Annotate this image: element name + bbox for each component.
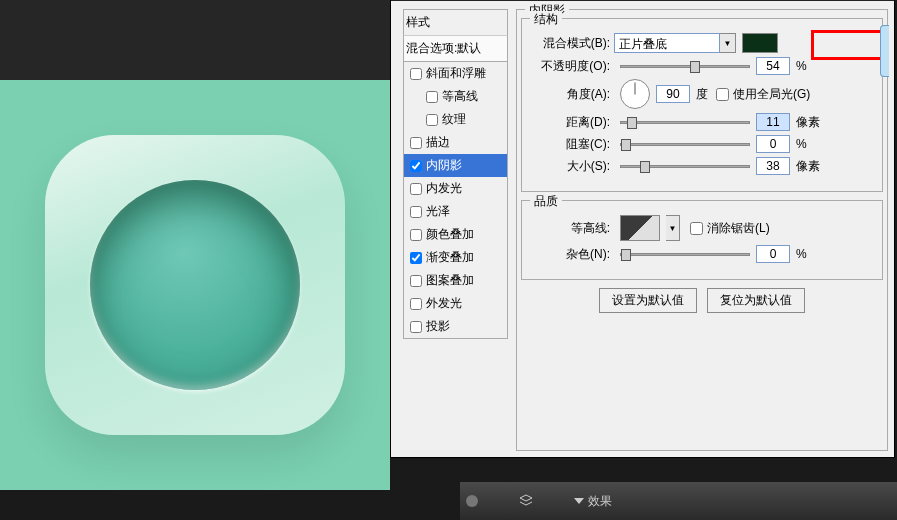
style-label: 渐变叠加 <box>426 249 474 266</box>
quality-title: 品质 <box>530 193 562 210</box>
style-label: 描边 <box>426 134 450 151</box>
choke-label: 阻塞(C): <box>530 136 614 153</box>
distance-label: 距离(D): <box>530 114 614 131</box>
layer-thumb-icon[interactable] <box>466 495 478 507</box>
opacity-slider[interactable] <box>620 65 750 68</box>
contour-picker[interactable] <box>620 215 660 241</box>
size-input[interactable] <box>756 157 790 175</box>
noise-unit: % <box>796 247 807 261</box>
reset-default-button[interactable]: 复位为默认值 <box>707 288 805 313</box>
global-light-label: 使用全局光(G) <box>733 86 810 103</box>
effects-item[interactable]: 效果 <box>574 493 612 510</box>
style-item[interactable]: 图案叠加 <box>404 269 507 292</box>
style-checkbox[interactable] <box>410 160 422 172</box>
shadow-color-swatch[interactable] <box>742 33 778 53</box>
styles-column: 样式 混合选项:默认 斜面和浮雕等高线纹理描边内阴影内发光光泽颜色叠加渐变叠加图… <box>403 9 508 451</box>
size-slider[interactable] <box>620 165 750 168</box>
style-item[interactable]: 外发光 <box>404 292 507 315</box>
style-item[interactable]: 等高线 <box>404 85 507 108</box>
canvas-top-bg <box>0 0 390 80</box>
distance-input[interactable] <box>756 113 790 131</box>
size-label: 大小(S): <box>530 158 614 175</box>
style-label: 斜面和浮雕 <box>426 65 486 82</box>
settings-column: 内阴影 结构 混合模式(B): 正片叠底 ▼ <box>516 9 888 451</box>
layer-style-dialog: 样式 混合选项:默认 斜面和浮雕等高线纹理描边内阴影内发光光泽颜色叠加渐变叠加图… <box>390 0 895 458</box>
distance-slider[interactable] <box>620 121 750 124</box>
angle-dial[interactable] <box>620 79 650 109</box>
angle-unit: 度 <box>696 86 708 103</box>
quality-fieldset: 品质 等高线: ▼ 消除锯齿(L) 杂色(N): % <box>521 200 883 280</box>
effects-label: 效果 <box>588 493 612 510</box>
style-checkbox[interactable] <box>410 229 422 241</box>
choke-slider[interactable] <box>620 143 750 146</box>
opacity-input[interactable] <box>756 57 790 75</box>
structure-title: 结构 <box>530 11 562 28</box>
noise-input[interactable] <box>756 245 790 263</box>
style-list: 斜面和浮雕等高线纹理描边内阴影内发光光泽颜色叠加渐变叠加图案叠加外发光投影 <box>403 62 508 339</box>
style-label: 等高线 <box>442 88 478 105</box>
style-item[interactable]: 投影 <box>404 315 507 338</box>
opacity-unit: % <box>796 59 807 73</box>
icon-outer-shape <box>45 135 345 435</box>
style-checkbox[interactable] <box>410 275 422 287</box>
style-label: 光泽 <box>426 203 450 220</box>
blend-mode-select[interactable]: 正片叠底 <box>614 33 720 53</box>
style-checkbox[interactable] <box>426 114 438 126</box>
chevron-down-icon[interactable]: ▼ <box>720 33 736 53</box>
global-light-checkbox[interactable] <box>716 88 729 101</box>
style-label: 内发光 <box>426 180 462 197</box>
angle-input[interactable] <box>656 85 690 103</box>
style-label: 颜色叠加 <box>426 226 474 243</box>
style-checkbox[interactable] <box>410 321 422 333</box>
style-item[interactable]: 纹理 <box>404 108 507 131</box>
chevron-down-icon[interactable]: ▼ <box>666 215 680 241</box>
style-label: 内阴影 <box>426 157 462 174</box>
style-item[interactable]: 斜面和浮雕 <box>404 62 507 85</box>
contour-label: 等高线: <box>530 220 614 237</box>
noise-label: 杂色(N): <box>530 246 614 263</box>
style-checkbox[interactable] <box>410 298 422 310</box>
style-checkbox[interactable] <box>410 68 422 80</box>
choke-input[interactable] <box>756 135 790 153</box>
style-checkbox[interactable] <box>426 91 438 103</box>
antialias-label: 消除锯齿(L) <box>707 220 770 237</box>
icon-inner-circle <box>90 180 300 390</box>
style-item[interactable]: 内发光 <box>404 177 507 200</box>
antialias-checkbox[interactable] <box>690 222 703 235</box>
style-checkbox[interactable] <box>410 252 422 264</box>
choke-unit: % <box>796 137 807 151</box>
bottom-panel: 效果 <box>460 482 897 520</box>
layers-stack-icon[interactable] <box>518 494 534 508</box>
style-checkbox[interactable] <box>410 206 422 218</box>
style-item[interactable]: 渐变叠加 <box>404 246 507 269</box>
make-default-button[interactable]: 设置为默认值 <box>599 288 697 313</box>
style-checkbox[interactable] <box>410 183 422 195</box>
style-item[interactable]: 颜色叠加 <box>404 223 507 246</box>
blend-options-default[interactable]: 混合选项:默认 <box>403 35 508 62</box>
style-label: 外发光 <box>426 295 462 312</box>
styles-header[interactable]: 样式 <box>403 9 508 35</box>
style-item[interactable]: 光泽 <box>404 200 507 223</box>
chevron-down-icon <box>574 498 584 504</box>
size-unit: 像素 <box>796 158 820 175</box>
angle-label: 角度(A): <box>530 86 614 103</box>
style-label: 投影 <box>426 318 450 335</box>
opacity-label: 不透明度(O): <box>530 58 614 75</box>
canvas-preview <box>0 0 390 520</box>
noise-slider[interactable] <box>620 253 750 256</box>
canvas <box>0 80 390 490</box>
style-item[interactable]: 内阴影 <box>404 154 507 177</box>
structure-fieldset: 结构 混合模式(B): 正片叠底 ▼ 不透明度(O): <box>521 18 883 192</box>
style-checkbox[interactable] <box>410 137 422 149</box>
style-item[interactable]: 描边 <box>404 131 507 154</box>
distance-unit: 像素 <box>796 114 820 131</box>
style-label: 图案叠加 <box>426 272 474 289</box>
style-label: 纹理 <box>442 111 466 128</box>
side-tab[interactable] <box>880 25 889 77</box>
blend-mode-label: 混合模式(B): <box>530 35 614 52</box>
